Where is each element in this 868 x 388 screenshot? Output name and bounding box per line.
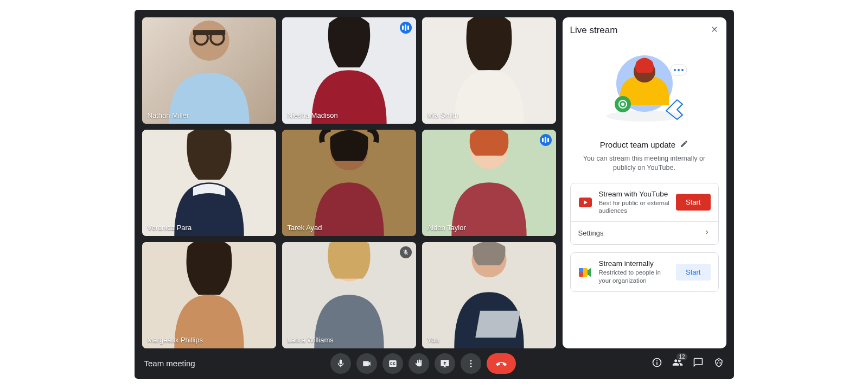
live-stream-panel: Live stream <box>563 17 726 348</box>
speaking-icon <box>400 22 412 34</box>
microphone-button[interactable] <box>330 353 351 374</box>
present-screen-button[interactable] <box>435 353 455 374</box>
youtube-icon <box>578 198 592 207</box>
participant-name-label: Veronica Para <box>148 224 192 232</box>
meet-icon <box>578 267 592 278</box>
participant-tile[interactable]: Margeaux Phillips <box>142 242 276 348</box>
speaking-icon <box>540 134 552 146</box>
panel-header: Live stream <box>570 25 719 36</box>
camera-button[interactable] <box>356 353 377 374</box>
people-button[interactable]: 12 <box>672 357 683 370</box>
svg-point-32 <box>678 69 680 71</box>
svg-point-31 <box>674 69 676 71</box>
close-icon[interactable] <box>710 25 719 36</box>
participant-name-label: Mia Smith <box>427 111 459 119</box>
edit-icon[interactable] <box>680 139 688 150</box>
settings-label: Settings <box>578 229 604 237</box>
participant-video <box>142 242 276 348</box>
participant-name-label: Niesha Madison <box>288 111 338 119</box>
svg-point-43 <box>719 362 721 364</box>
participant-tile[interactable]: Nathan Miller <box>142 17 276 124</box>
participant-name-label: You <box>427 336 439 344</box>
internal-card-subtitle: Restricted to people in your organizatio… <box>599 269 670 285</box>
participant-count-badge: 12 <box>676 353 687 360</box>
youtube-start-button[interactable]: Start <box>676 194 710 211</box>
svg-point-38 <box>470 360 472 361</box>
chevron-right-icon <box>703 228 711 238</box>
meet-window: Nathan Miller Niesha Madison <box>135 10 734 379</box>
stream-description: You can stream this meeting internally o… <box>580 154 709 173</box>
svg-point-41 <box>718 360 719 361</box>
stream-title-text: Product team update <box>600 140 675 149</box>
right-action-icons: 12 <box>652 357 724 370</box>
youtube-settings-row[interactable]: Settings <box>571 221 718 244</box>
participant-name-label: Tarek Ayad <box>288 224 322 232</box>
participant-tile[interactable]: Laura Williams <box>282 242 416 348</box>
participant-video <box>282 17 416 124</box>
activities-button[interactable] <box>713 357 724 370</box>
svg-point-42 <box>717 362 718 364</box>
svg-rect-37 <box>579 268 583 272</box>
participant-name-label: Margeaux Phillips <box>148 336 203 344</box>
participant-tile[interactable]: Aiden Taylor <box>422 130 556 236</box>
captions-button[interactable] <box>382 353 403 374</box>
svg-point-24 <box>607 111 682 122</box>
muted-icon <box>400 246 412 258</box>
participant-tile[interactable]: Veronica Para <box>142 130 276 236</box>
svg-point-29 <box>621 103 624 106</box>
participant-tile[interactable]: Mia Smith <box>422 17 556 124</box>
participant-tile-self[interactable]: You <box>422 242 556 348</box>
internal-start-button[interactable]: Start <box>676 264 710 281</box>
participant-video <box>142 17 276 124</box>
participant-name-label: Aiden Taylor <box>427 224 466 232</box>
live-stream-illustration <box>570 43 719 130</box>
meeting-details-button[interactable] <box>652 357 662 370</box>
svg-point-33 <box>681 69 684 71</box>
participant-video <box>142 130 276 236</box>
call-controls <box>330 353 516 374</box>
svg-point-39 <box>470 362 472 364</box>
panel-title: Live stream <box>570 25 618 36</box>
internal-card-title: Stream internally <box>599 259 670 268</box>
participant-video <box>422 242 556 348</box>
svg-point-40 <box>470 365 472 367</box>
participant-video <box>282 130 416 236</box>
participant-name-label: Nathan Miller <box>148 111 189 119</box>
leave-call-button[interactable] <box>487 353 516 374</box>
bottom-bar: Team meeting <box>135 348 734 379</box>
youtube-card-subtitle: Best for public or external audiences <box>599 199 670 215</box>
participant-video <box>282 242 416 348</box>
more-options-button[interactable] <box>461 353 481 374</box>
youtube-card-title: Stream with YouTube <box>599 190 670 198</box>
participant-tile[interactable]: Niesha Madison <box>282 17 416 124</box>
svg-rect-23 <box>475 310 520 337</box>
youtube-stream-card: Stream with YouTube Best for public or e… <box>570 183 719 245</box>
participant-name-label: Laura Williams <box>288 336 334 344</box>
participant-video <box>422 130 556 236</box>
participant-video <box>422 17 556 124</box>
internal-stream-card: Stream internally Restricted to people i… <box>570 252 719 292</box>
chat-button[interactable] <box>693 357 704 370</box>
participant-tile[interactable]: Tarek Ayad <box>282 130 416 236</box>
meeting-title: Team meeting <box>144 359 195 368</box>
participants-grid: Nathan Miller Niesha Madison <box>142 17 556 348</box>
content-area: Nathan Miller Niesha Madison <box>135 10 734 348</box>
raise-hand-button[interactable] <box>409 353 429 374</box>
stream-title-row: Product team update <box>570 139 719 150</box>
